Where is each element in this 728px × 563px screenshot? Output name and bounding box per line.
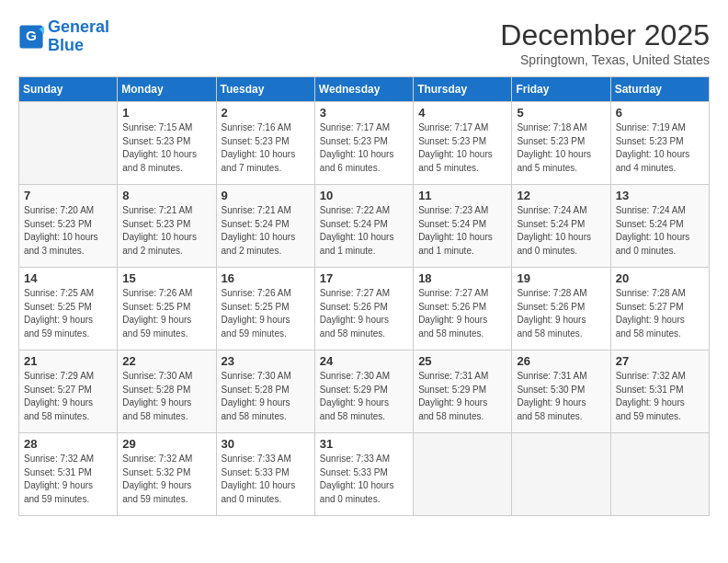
day-number: 11 — [418, 189, 506, 202]
calendar-cell: 7Sunrise: 7:20 AM Sunset: 5:23 PM Daylig… — [19, 185, 118, 268]
day-number: 16 — [222, 271, 310, 285]
day-number: 8 — [122, 189, 210, 202]
day-info: Sunrise: 7:29 AM Sunset: 5:27 PM Dayligh… — [24, 370, 112, 423]
day-info: Sunrise: 7:31 AM Sunset: 5:29 PM Dayligh… — [418, 370, 506, 423]
calendar-week-row: 1Sunrise: 7:15 AM Sunset: 5:23 PM Daylig… — [19, 102, 710, 185]
day-header-monday: Monday — [118, 77, 216, 102]
day-number: 15 — [122, 271, 210, 285]
day-info: Sunrise: 7:25 AM Sunset: 5:25 PM Dayligh… — [24, 287, 112, 340]
calendar-cell: 3Sunrise: 7:17 AM Sunset: 5:23 PM Daylig… — [314, 102, 413, 185]
calendar-cell: 27Sunrise: 7:32 AM Sunset: 5:31 PM Dayli… — [610, 350, 709, 433]
calendar-cell: 1Sunrise: 7:15 AM Sunset: 5:23 PM Daylig… — [118, 102, 216, 185]
day-number: 9 — [222, 189, 310, 202]
calendar-table: SundayMondayTuesdayWednesdayThursdayFrid… — [18, 76, 710, 516]
logo-line1: General — [48, 17, 109, 36]
calendar-week-row: 14Sunrise: 7:25 AM Sunset: 5:25 PM Dayli… — [19, 268, 710, 350]
day-number: 6 — [616, 106, 704, 120]
day-info: Sunrise: 7:23 AM Sunset: 5:24 PM Dayligh… — [418, 204, 506, 258]
day-number: 4 — [418, 106, 506, 120]
day-info: Sunrise: 7:24 AM Sunset: 5:24 PM Dayligh… — [616, 204, 704, 258]
day-info: Sunrise: 7:26 AM Sunset: 5:25 PM Dayligh… — [222, 287, 310, 340]
calendar-cell: 18Sunrise: 7:27 AM Sunset: 5:26 PM Dayli… — [414, 268, 512, 350]
day-number: 2 — [222, 106, 310, 120]
calendar-cell: 17Sunrise: 7:27 AM Sunset: 5:26 PM Dayli… — [314, 268, 413, 350]
day-number: 7 — [24, 189, 112, 202]
day-number: 19 — [517, 271, 605, 285]
day-number: 30 — [222, 437, 310, 451]
day-number: 12 — [517, 189, 605, 202]
day-number: 20 — [616, 271, 704, 285]
day-number: 1 — [122, 106, 210, 120]
day-number: 29 — [122, 437, 210, 451]
logo-text: General Blue — [48, 18, 109, 55]
day-info: Sunrise: 7:19 AM Sunset: 5:23 PM Dayligh… — [616, 121, 704, 175]
calendar-cell: 13Sunrise: 7:24 AM Sunset: 5:24 PM Dayli… — [610, 185, 709, 268]
day-header-thursday: Thursday — [414, 77, 512, 102]
calendar-cell: 20Sunrise: 7:28 AM Sunset: 5:27 PM Dayli… — [610, 268, 709, 350]
day-info: Sunrise: 7:33 AM Sunset: 5:33 PM Dayligh… — [320, 453, 408, 506]
calendar-body: 1Sunrise: 7:15 AM Sunset: 5:23 PM Daylig… — [19, 102, 710, 516]
day-info: Sunrise: 7:30 AM Sunset: 5:29 PM Dayligh… — [320, 370, 408, 423]
day-number: 25 — [418, 354, 506, 368]
title-area: December 2025 Springtown, Texas, United … — [500, 18, 710, 67]
day-info: Sunrise: 7:31 AM Sunset: 5:30 PM Dayligh… — [517, 370, 605, 423]
calendar-cell — [610, 433, 709, 516]
day-header-wednesday: Wednesday — [314, 77, 413, 102]
day-number: 28 — [24, 437, 112, 451]
calendar-cell: 26Sunrise: 7:31 AM Sunset: 5:30 PM Dayli… — [512, 350, 610, 433]
svg-text:G: G — [26, 28, 37, 43]
location-subtitle: Springtown, Texas, United States — [500, 52, 710, 67]
day-number: 13 — [616, 189, 704, 202]
day-number: 3 — [320, 106, 408, 120]
day-info: Sunrise: 7:22 AM Sunset: 5:24 PM Dayligh… — [320, 204, 408, 258]
day-info: Sunrise: 7:17 AM Sunset: 5:23 PM Dayligh… — [320, 121, 408, 175]
day-info: Sunrise: 7:32 AM Sunset: 5:31 PM Dayligh… — [24, 453, 112, 506]
day-header-friday: Friday — [512, 77, 610, 102]
day-number: 5 — [517, 106, 605, 120]
logo-line2: Blue — [48, 36, 84, 54]
calendar-cell: 23Sunrise: 7:30 AM Sunset: 5:28 PM Dayli… — [216, 350, 314, 433]
day-number: 22 — [122, 354, 210, 368]
page-header: G General Blue December 2025 Springtown,… — [18, 18, 710, 67]
calendar-header-row: SundayMondayTuesdayWednesdayThursdayFrid… — [19, 77, 710, 102]
calendar-cell: 5Sunrise: 7:18 AM Sunset: 5:23 PM Daylig… — [512, 102, 610, 185]
day-info: Sunrise: 7:32 AM Sunset: 5:31 PM Dayligh… — [616, 370, 704, 423]
month-title: December 2025 — [500, 18, 710, 52]
calendar-cell: 14Sunrise: 7:25 AM Sunset: 5:25 PM Dayli… — [19, 268, 118, 350]
day-info: Sunrise: 7:16 AM Sunset: 5:23 PM Dayligh… — [222, 121, 310, 175]
day-number: 23 — [222, 354, 310, 368]
day-info: Sunrise: 7:28 AM Sunset: 5:27 PM Dayligh… — [616, 287, 704, 340]
logo: G General Blue — [18, 18, 109, 55]
day-number: 18 — [418, 271, 506, 285]
calendar-cell: 30Sunrise: 7:33 AM Sunset: 5:33 PM Dayli… — [216, 433, 314, 516]
calendar-week-row: 21Sunrise: 7:29 AM Sunset: 5:27 PM Dayli… — [19, 350, 710, 433]
logo-icon: G — [18, 24, 44, 50]
day-info: Sunrise: 7:21 AM Sunset: 5:23 PM Dayligh… — [122, 204, 210, 258]
day-header-sunday: Sunday — [19, 77, 118, 102]
calendar-cell: 12Sunrise: 7:24 AM Sunset: 5:24 PM Dayli… — [512, 185, 610, 268]
day-info: Sunrise: 7:27 AM Sunset: 5:26 PM Dayligh… — [320, 287, 408, 340]
calendar-cell: 2Sunrise: 7:16 AM Sunset: 5:23 PM Daylig… — [216, 102, 314, 185]
calendar-week-row: 7Sunrise: 7:20 AM Sunset: 5:23 PM Daylig… — [19, 185, 710, 268]
day-info: Sunrise: 7:18 AM Sunset: 5:23 PM Dayligh… — [517, 121, 605, 175]
day-number: 21 — [24, 354, 112, 368]
calendar-week-row: 28Sunrise: 7:32 AM Sunset: 5:31 PM Dayli… — [19, 433, 710, 516]
day-number: 24 — [320, 354, 408, 368]
calendar-cell: 4Sunrise: 7:17 AM Sunset: 5:23 PM Daylig… — [414, 102, 512, 185]
calendar-cell: 16Sunrise: 7:26 AM Sunset: 5:25 PM Dayli… — [216, 268, 314, 350]
day-header-saturday: Saturday — [610, 77, 709, 102]
day-info: Sunrise: 7:32 AM Sunset: 5:32 PM Dayligh… — [122, 453, 210, 506]
calendar-cell: 10Sunrise: 7:22 AM Sunset: 5:24 PM Dayli… — [314, 185, 413, 268]
calendar-cell — [19, 102, 118, 185]
day-number: 14 — [24, 271, 112, 285]
calendar-cell — [512, 433, 610, 516]
calendar-cell: 24Sunrise: 7:30 AM Sunset: 5:29 PM Dayli… — [314, 350, 413, 433]
day-info: Sunrise: 7:30 AM Sunset: 5:28 PM Dayligh… — [122, 370, 210, 423]
day-header-tuesday: Tuesday — [216, 77, 314, 102]
day-info: Sunrise: 7:17 AM Sunset: 5:23 PM Dayligh… — [418, 121, 506, 175]
calendar-cell: 31Sunrise: 7:33 AM Sunset: 5:33 PM Dayli… — [314, 433, 413, 516]
calendar-cell: 8Sunrise: 7:21 AM Sunset: 5:23 PM Daylig… — [118, 185, 216, 268]
calendar-cell: 28Sunrise: 7:32 AM Sunset: 5:31 PM Dayli… — [19, 433, 118, 516]
calendar-cell: 25Sunrise: 7:31 AM Sunset: 5:29 PM Dayli… — [414, 350, 512, 433]
day-info: Sunrise: 7:20 AM Sunset: 5:23 PM Dayligh… — [24, 204, 112, 258]
